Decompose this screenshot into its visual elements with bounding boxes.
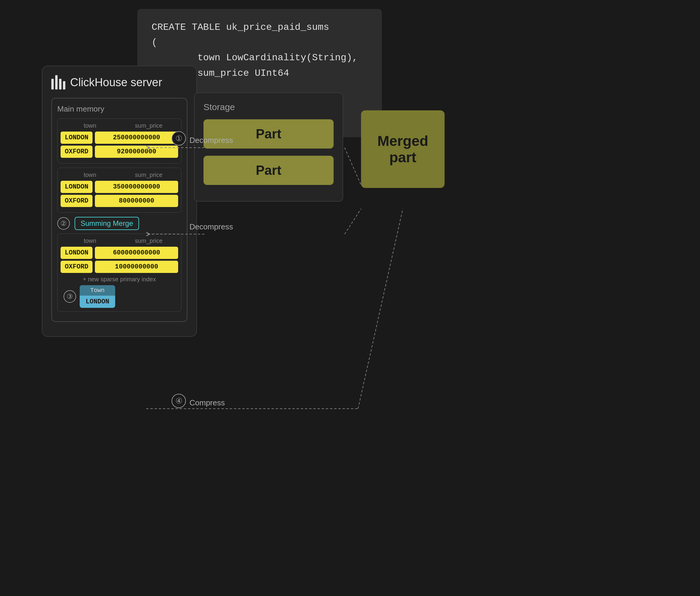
table3-col1-header: town	[60, 237, 119, 244]
logo-bar-1	[51, 79, 54, 89]
table2-town-london: LONDON	[60, 181, 93, 193]
step2-label: ②	[60, 219, 67, 228]
code-line-3: town LowCardinality(String),	[175, 52, 358, 63]
merged-panel: Merged part	[361, 110, 445, 188]
table2-town-cells: LONDON OXFORD	[60, 181, 93, 207]
table2-row-data: LONDON OXFORD 350000000000 800000000	[60, 181, 178, 207]
logo-bar-3	[59, 79, 61, 89]
index-stack: Town LONDON	[80, 285, 115, 308]
part-box-2: Part	[203, 156, 333, 185]
data-table-1: town sum_price LONDON OXFORD 25000000000…	[57, 119, 181, 163]
table2-col1-header: town	[60, 172, 119, 178]
table1-price-cells: 250000000000 9200000000	[95, 132, 178, 158]
table1-row-data: LONDON OXFORD 250000000000 9200000000	[60, 132, 178, 158]
index-area: ③ Town LONDON	[60, 285, 178, 308]
table1-price-oxford: 9200000000	[95, 146, 178, 158]
main-memory-section: Main memory town sum_price LONDON OXFORD…	[51, 98, 188, 322]
logo-bar-2	[55, 75, 57, 89]
storage-label: Storage	[203, 102, 333, 112]
step3-label: ③	[67, 292, 73, 301]
svg-line-5	[358, 209, 403, 409]
index-town-value: LONDON	[80, 295, 115, 308]
data-table-3: town sum_price LONDON OXFORD 60000000000…	[57, 234, 181, 312]
server-header: ClickHouse server	[51, 75, 188, 89]
table2-town-oxford: OXFORD	[60, 195, 93, 207]
table1-price-london: 250000000000	[95, 132, 178, 144]
summing-merge-row: ② Summing Merge	[57, 217, 181, 230]
table3-headers: town sum_price	[60, 237, 178, 244]
table2-price-oxford: 800000000	[95, 195, 178, 207]
main-memory-label: Main memory	[57, 104, 181, 114]
table3-price-oxford: 10000000000	[95, 261, 178, 273]
table2-price-cells: 350000000000 800000000	[95, 181, 178, 207]
step4-label-abs: ④	[175, 396, 182, 406]
summing-merge-badge: Summing Merge	[75, 217, 139, 230]
table1-col1-header: town	[60, 122, 119, 129]
decompress-label-2: Decompress	[190, 222, 233, 232]
table3-row-data: LONDON OXFORD 600000000000 10000000000	[60, 247, 178, 273]
table3-col2-header: sum_price	[119, 237, 178, 244]
step4-circle-abs: ④	[172, 394, 186, 408]
code-line-1: CREATE TABLE uk_price_paid_sums	[152, 22, 329, 33]
merged-part-label: Merged part	[370, 133, 435, 165]
table2-headers: town sum_price	[60, 172, 178, 178]
table2-col2-header: sum_price	[119, 172, 178, 178]
index-town-header: Town	[80, 285, 115, 295]
table1-headers: town sum_price	[60, 122, 178, 129]
table1-town-london: LONDON	[60, 132, 93, 144]
sparse-index-label: + new sparse primary index	[60, 276, 178, 283]
table1-town-oxford: OXFORD	[60, 146, 93, 158]
table1-col2-header: sum_price	[119, 122, 178, 129]
table3-town-oxford: OXFORD	[60, 261, 93, 273]
server-title: ClickHouse server	[70, 76, 162, 89]
svg-line-4	[345, 209, 361, 234]
decompress-label-1: Decompress	[190, 136, 233, 145]
compress-label: Compress	[190, 398, 225, 408]
table3-town-cells: LONDON OXFORD	[60, 247, 93, 273]
step3-circle: ③	[64, 290, 76, 303]
clickhouse-logo	[51, 75, 65, 89]
table3-town-london: LONDON	[60, 247, 93, 259]
table2-price-london: 350000000000	[95, 181, 178, 193]
merged-part-box: Merged part	[361, 110, 445, 188]
data-table-2: town sum_price LONDON OXFORD 35000000000…	[57, 167, 181, 213]
code-line-2: (	[152, 37, 157, 48]
step1-label-abs: ①	[175, 134, 182, 143]
svg-line-3	[345, 148, 361, 185]
table3-price-cells: 600000000000 10000000000	[95, 247, 178, 273]
table3-price-london: 600000000000	[95, 247, 178, 259]
step1-circle-abs: ①	[172, 131, 186, 146]
storage-panel: Storage Part Part	[194, 93, 343, 202]
logo-bar-4	[63, 81, 65, 89]
table1-town-cells: LONDON OXFORD	[60, 132, 93, 158]
step2-circle: ②	[57, 217, 70, 230]
server-panel: ClickHouse server Main memory town sum_p…	[42, 66, 197, 337]
